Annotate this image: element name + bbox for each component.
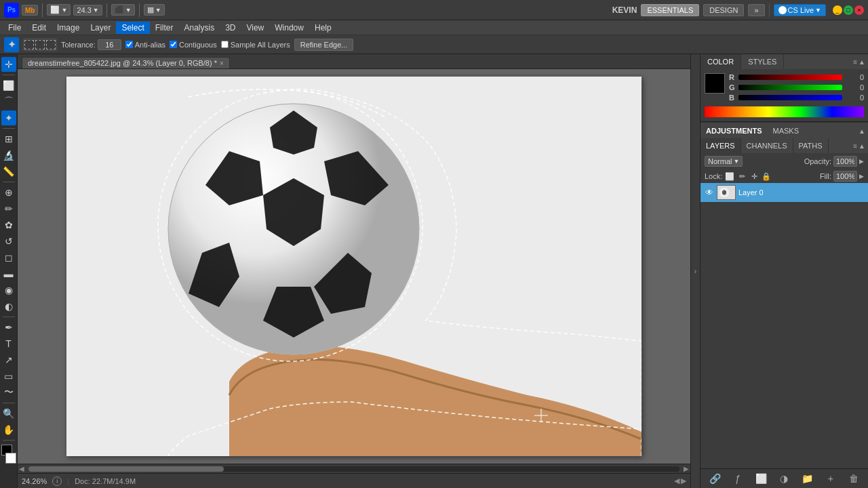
smudge-tool[interactable]: 〜 — [1, 385, 16, 400]
new-group-btn[interactable]: 📁 — [801, 472, 814, 485]
shape-tool[interactable]: ▭ — [1, 369, 16, 384]
lasso-tool[interactable]: ⌒ — [1, 94, 16, 109]
add-style-btn[interactable]: ƒ — [731, 472, 745, 485]
adj-panel-menu[interactable]: ▲ — [859, 127, 865, 135]
opacity-arrow[interactable]: ▶ — [859, 158, 864, 165]
minimize-btn[interactable]: _ — [833, 5, 842, 15]
new-selection-btn[interactable] — [24, 40, 34, 49]
type-tool[interactable]: T — [1, 336, 16, 351]
mode-selector[interactable]: ⬜ ▼ — [47, 4, 71, 16]
menu-file[interactable]: File — [3, 22, 26, 34]
marquee-tool[interactable]: ⬜ — [1, 78, 16, 93]
adjustments-tab[interactable]: ADJUSTMENTS — [701, 125, 768, 136]
scroll-right-btn[interactable]: ▶ — [682, 465, 690, 472]
h-scroll-thumb[interactable] — [28, 466, 224, 472]
path-tool[interactable]: ↗ — [1, 352, 16, 367]
color-swatch[interactable] — [705, 73, 725, 94]
menu-window[interactable]: Window — [269, 22, 309, 34]
sample-all-checkbox[interactable] — [221, 41, 229, 48]
blend-mode-selector[interactable]: Normal ▼ — [705, 156, 743, 167]
brush-tool[interactable]: ✏ — [1, 201, 16, 216]
gradient-tool[interactable]: ▬ — [1, 266, 16, 281]
pen-tool[interactable]: ✒ — [1, 320, 16, 335]
add-mask-btn[interactable]: ⬜ — [754, 472, 768, 485]
new-adjustment-btn[interactable]: ◑ — [777, 472, 791, 485]
masks-tab[interactable]: MASKS — [768, 125, 805, 136]
menu-edit[interactable]: Edit — [26, 22, 52, 34]
tolerance-input[interactable] — [98, 39, 121, 50]
layers-panel-expand-icon[interactable]: ▲ — [859, 142, 865, 150]
menu-view[interactable]: View — [241, 22, 269, 34]
sub-selection-btn[interactable] — [46, 40, 56, 49]
essentials-btn[interactable]: ESSENTIALS — [641, 4, 699, 16]
lock-image-icon[interactable]: ✏ — [737, 171, 747, 181]
eraser-tool[interactable]: ◻ — [1, 250, 16, 265]
canvas-container[interactable] — [18, 69, 690, 464]
layers-tab[interactable]: LAYERS — [701, 138, 741, 153]
healing-tool[interactable]: ⊕ — [1, 185, 16, 200]
scroll-left-btn[interactable]: ◀ — [18, 465, 26, 472]
r-slider[interactable] — [738, 75, 842, 80]
move-tool[interactable]: ✛ — [1, 57, 16, 72]
eyedropper-tool[interactable]: 🔬 — [1, 148, 16, 163]
menu-image[interactable]: Image — [52, 22, 85, 34]
info-icon[interactable]: i — [52, 476, 62, 486]
delete-layer-btn[interactable]: 🗑 — [847, 472, 861, 485]
layer-item-0[interactable]: 👁 Layer 0 — [701, 183, 868, 202]
h-scroll-track[interactable] — [28, 466, 679, 472]
styles-tab[interactable]: STYLES — [741, 54, 784, 69]
menu-layer[interactable]: Layer — [85, 22, 116, 34]
mb-btn[interactable]: Mb — [22, 5, 38, 16]
h-scrollbar[interactable]: ◀ ▶ — [18, 464, 690, 473]
crop-tool[interactable]: ⊞ — [1, 131, 16, 146]
canvas[interactable] — [66, 77, 642, 456]
opacity-input[interactable] — [833, 156, 857, 167]
refine-edge-btn[interactable]: Refine Edge... — [294, 39, 354, 51]
magic-wand-tool[interactable]: ✦ — [1, 110, 16, 125]
close-btn[interactable]: × — [854, 5, 864, 15]
view-mode-selector[interactable]: ⬛ ▼ — [111, 4, 135, 16]
menu-filter[interactable]: Filter — [150, 22, 179, 34]
design-btn[interactable]: DESIGN — [703, 4, 744, 16]
layers-panel-menu-icon[interactable]: ≡ — [853, 142, 857, 150]
color-spectrum[interactable] — [705, 106, 864, 117]
panel-collapse-btn[interactable]: › — [690, 54, 700, 488]
magic-wand-tool-btn[interactable]: ✦ — [4, 37, 19, 52]
ruler-tool[interactable]: 📏 — [1, 164, 16, 179]
blur-tool[interactable]: ◉ — [1, 283, 16, 298]
color-tab[interactable]: COLOR — [701, 54, 741, 69]
history-brush[interactable]: ↺ — [1, 234, 16, 249]
more-workspaces-btn[interactable]: » — [748, 4, 764, 16]
background-color[interactable] — [5, 453, 16, 464]
timeline-prev[interactable]: ◀ — [674, 476, 679, 485]
paths-tab[interactable]: PATHS — [793, 138, 829, 153]
arrange-selector[interactable]: ▦ ▼ — [144, 4, 165, 16]
menu-help[interactable]: Help — [309, 22, 337, 34]
zoom-display[interactable]: 24.3 ▼ — [73, 5, 102, 16]
b-slider[interactable] — [738, 95, 842, 100]
layer-visibility-icon[interactable]: 👁 — [705, 188, 714, 197]
clone-tool[interactable]: ✿ — [1, 218, 16, 232]
doc-tab-close[interactable]: × — [220, 60, 224, 67]
lock-all-icon[interactable]: 🔒 — [762, 171, 771, 181]
menu-analysis[interactable]: Analysis — [178, 22, 220, 34]
menu-select[interactable]: Select — [116, 22, 149, 34]
document-tab[interactable]: dreamstimefree_805422.jpg @ 24.3% (Layer… — [22, 57, 230, 68]
anti-alias-checkbox[interactable] — [125, 41, 133, 48]
contiguous-checkbox[interactable] — [170, 41, 177, 48]
maximize-btn[interactable]: □ — [844, 5, 853, 15]
link-layers-btn[interactable]: 🔗 — [708, 472, 722, 485]
zoom-tool[interactable]: 🔍 — [1, 406, 16, 421]
color-switcher[interactable] — [0, 445, 18, 464]
lock-transparent-icon[interactable]: ⬜ — [725, 171, 734, 181]
timeline-next[interactable]: ▶ — [681, 476, 686, 485]
color-panel-menu[interactable]: ≡ — [853, 58, 857, 66]
fill-input[interactable] — [833, 171, 857, 182]
channels-tab[interactable]: CHANNELS — [741, 138, 793, 153]
dodge-tool[interactable]: ◐ — [1, 299, 16, 314]
g-slider[interactable] — [738, 85, 842, 90]
color-panel-expand[interactable]: ▲ — [859, 58, 865, 66]
add-selection-btn[interactable] — [35, 40, 45, 49]
hand-tool[interactable]: ✋ — [1, 422, 16, 437]
fill-arrow[interactable]: ▶ — [859, 173, 864, 180]
